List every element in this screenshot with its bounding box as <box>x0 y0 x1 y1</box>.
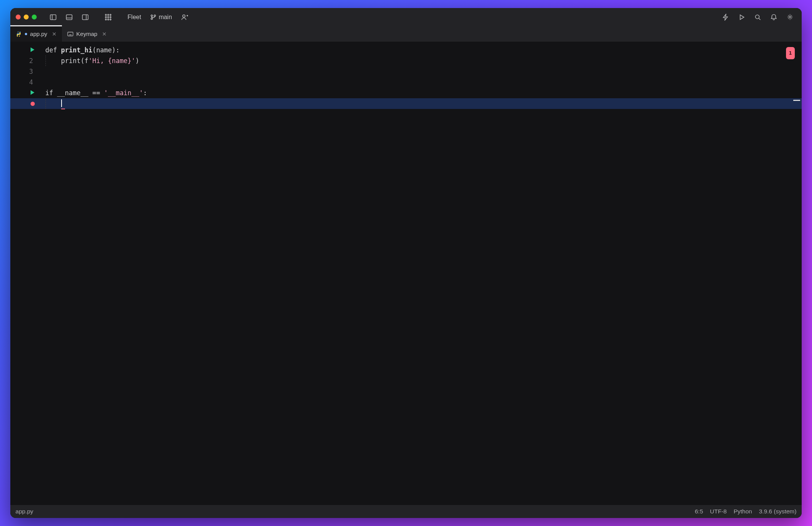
status-encoding[interactable]: UTF-8 <box>710 508 727 515</box>
svg-line-22 <box>759 18 760 20</box>
svg-rect-4 <box>82 15 88 19</box>
svg-rect-0 <box>50 15 56 19</box>
tab-keymap[interactable]: Keymap ✕ <box>62 26 112 42</box>
status-runtime[interactable]: 3.9.6 (system) <box>759 508 796 515</box>
svg-rect-2 <box>66 15 72 19</box>
panel-right-icon[interactable] <box>79 11 92 24</box>
svg-point-6 <box>105 14 106 15</box>
minimap-marker <box>793 100 800 101</box>
svg-point-21 <box>755 15 759 19</box>
svg-point-9 <box>105 16 106 18</box>
gutter-line[interactable]: 4 <box>10 77 40 88</box>
svg-point-14 <box>110 19 111 20</box>
close-window-button[interactable] <box>16 15 21 19</box>
grid-icon[interactable] <box>102 11 115 24</box>
status-cursor-pos[interactable]: 6:5 <box>695 508 703 515</box>
gutter: 2 3 4 <box>10 45 40 109</box>
branch-name: main <box>159 14 172 21</box>
zoom-window-button[interactable] <box>32 15 37 19</box>
bell-icon[interactable] <box>767 11 780 24</box>
panel-left-icon[interactable] <box>47 11 60 24</box>
error-count-badge[interactable]: 1 <box>786 47 795 59</box>
python-file-icon <box>16 31 22 37</box>
svg-point-8 <box>110 14 111 15</box>
run-gutter-icon[interactable] <box>30 90 35 95</box>
svg-point-12 <box>105 19 106 20</box>
app-menu[interactable]: Fleet <box>125 14 145 21</box>
tab-label: Keymap <box>76 31 97 37</box>
run-play-icon[interactable] <box>735 11 748 24</box>
gear-icon[interactable] <box>783 11 796 24</box>
code-line[interactable] <box>45 77 797 88</box>
code-line[interactable] <box>45 98 797 109</box>
svg-point-23 <box>789 16 791 18</box>
titlebar: Fleet main <box>10 8 802 26</box>
code-line[interactable]: if __name__ == '__main__': <box>45 88 797 98</box>
tab-app-py[interactable]: app.py ✕ <box>10 26 62 42</box>
svg-point-10 <box>107 16 109 18</box>
gutter-line[interactable] <box>10 88 40 98</box>
error-underline <box>61 109 65 109</box>
run-gutter-icon[interactable] <box>30 47 35 52</box>
gutter-line[interactable] <box>10 45 40 55</box>
tab-label: app.py <box>30 31 47 37</box>
git-branch-selector[interactable]: main <box>147 14 175 21</box>
svg-point-18 <box>183 15 185 17</box>
close-tab-icon[interactable]: ✕ <box>52 31 57 37</box>
bolt-icon[interactable] <box>719 11 732 24</box>
dirty-indicator <box>25 33 27 35</box>
tab-bar: app.py ✕ Keymap ✕ <box>10 26 802 42</box>
app-window: Fleet main <box>10 8 802 518</box>
svg-point-15 <box>151 15 153 16</box>
gutter-line[interactable] <box>10 98 40 109</box>
status-bar: app.py 6:5 UTF-8 Python 3.9.6 (system) <box>10 505 802 518</box>
svg-rect-24 <box>68 32 73 36</box>
svg-point-7 <box>107 14 109 15</box>
code-line[interactable]: def print_hi(name): <box>45 45 797 55</box>
git-branch-icon <box>150 14 156 20</box>
status-file[interactable]: app.py <box>16 508 34 515</box>
breakpoint-icon[interactable] <box>31 102 35 106</box>
panel-bottom-icon[interactable] <box>63 11 76 24</box>
code-editor[interactable]: 2 3 4 def print_hi(name): print(f'Hi, {n… <box>10 42 802 505</box>
close-tab-icon[interactable]: ✕ <box>102 31 107 37</box>
code-area[interactable]: def print_hi(name): print(f'Hi, {name}')… <box>45 45 797 109</box>
minimize-window-button[interactable] <box>24 15 29 19</box>
svg-point-16 <box>151 18 153 19</box>
svg-point-17 <box>154 15 156 16</box>
gutter-line[interactable]: 3 <box>10 66 40 77</box>
svg-point-11 <box>110 16 111 18</box>
gutter-line[interactable]: 2 <box>10 55 40 66</box>
text-cursor <box>61 99 62 107</box>
status-language[interactable]: Python <box>734 508 752 515</box>
add-user-icon[interactable] <box>178 11 191 24</box>
svg-point-13 <box>107 19 109 20</box>
traffic-lights <box>16 15 37 19</box>
code-line[interactable]: print(f'Hi, {name}') <box>45 55 797 66</box>
search-icon[interactable] <box>751 11 764 24</box>
keyboard-icon <box>67 31 73 37</box>
code-line[interactable] <box>45 66 797 77</box>
